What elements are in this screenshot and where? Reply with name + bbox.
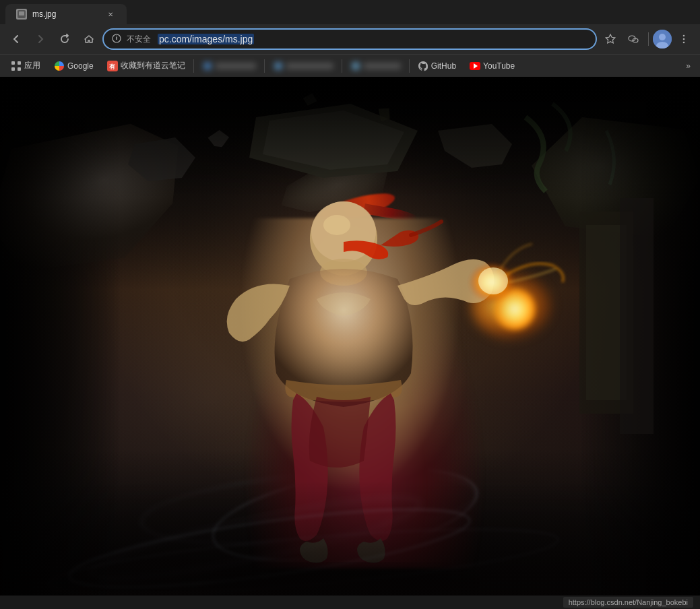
apps-bookmark[interactable]: 应用 xyxy=(5,58,46,74)
wechat-button[interactable] xyxy=(623,28,644,50)
artwork-container: https://blog.csdn.net/Nanjing_bokebi xyxy=(0,77,700,609)
bookmark-star-button[interactable] xyxy=(600,28,621,50)
home-button[interactable] xyxy=(78,28,100,50)
youdao-label: 收藏到有道云笔记 xyxy=(121,60,185,71)
status-bar: https://blog.csdn.net/Nanjing_bokebi xyxy=(0,596,700,609)
youdao-bookmark[interactable]: 有 收藏到有道云笔记 xyxy=(102,58,191,74)
active-tab[interactable]: ms.jpg ✕ xyxy=(5,4,127,24)
back-button[interactable] xyxy=(5,28,27,50)
security-icon xyxy=(112,34,121,45)
svg-rect-16 xyxy=(18,67,21,71)
tab-title: ms.jpg xyxy=(32,9,100,19)
bookmark-separator-2 xyxy=(264,59,265,73)
browser-frame: ms.jpg ✕ 不安全 pc.com/images/ms.jpg xyxy=(0,0,700,609)
page-content: https://blog.csdn.net/Nanjing_bokebi xyxy=(0,77,700,609)
svg-rect-13 xyxy=(11,61,15,65)
apps-label: 应用 xyxy=(24,60,40,71)
reload-button[interactable] xyxy=(54,28,75,50)
address-bar[interactable]: 不安全 pc.com/images/ms.jpg xyxy=(102,28,597,50)
github-label: GitHub xyxy=(431,61,456,71)
github-icon xyxy=(418,61,428,71)
youtube-label: YouTube xyxy=(483,61,515,71)
svg-text:有: 有 xyxy=(108,63,116,70)
bookmarks-more-button[interactable]: » xyxy=(682,58,695,74)
svg-rect-19 xyxy=(203,62,212,70)
blurred-favicon-3 xyxy=(350,61,361,71)
fire-core xyxy=(495,289,535,329)
svg-point-4 xyxy=(116,35,117,36)
url-selected: pc.com/images/ms.jpg xyxy=(158,34,254,44)
nav-actions xyxy=(600,28,695,50)
google-label: Google xyxy=(67,61,94,71)
menu-button[interactable] xyxy=(673,28,695,50)
forward-button[interactable] xyxy=(30,28,51,50)
google-bookmark[interactable]: Google xyxy=(49,58,99,74)
tab-bar: ms.jpg ✕ xyxy=(0,0,700,24)
blurred-bookmark-3[interactable] xyxy=(345,58,406,74)
tab-favicon xyxy=(16,9,27,20)
blurred-favicon-1 xyxy=(202,61,213,71)
svg-rect-20 xyxy=(274,62,282,70)
character-body xyxy=(223,218,506,569)
blurred-bookmark-2[interactable] xyxy=(267,58,339,74)
tab-close-button[interactable]: ✕ xyxy=(105,9,116,20)
url-text: pc.com/images/ms.jpg xyxy=(158,34,587,44)
blurred-label-2 xyxy=(286,63,333,69)
nav-bar: 不安全 pc.com/images/ms.jpg xyxy=(0,24,700,54)
insecure-label: 不安全 xyxy=(127,34,151,45)
svg-point-11 xyxy=(683,38,685,40)
bookmark-separator-4 xyxy=(409,59,410,73)
svg-rect-1 xyxy=(19,11,24,15)
svg-point-8 xyxy=(659,34,666,40)
blurred-label-3 xyxy=(364,63,401,69)
svg-rect-21 xyxy=(352,62,360,70)
svg-point-12 xyxy=(683,42,685,44)
youdao-icon: 有 xyxy=(107,61,118,71)
apps-icon xyxy=(11,61,22,71)
avatar[interactable] xyxy=(653,30,672,49)
blurred-bookmark-1[interactable] xyxy=(197,58,261,74)
svg-point-10 xyxy=(683,35,685,37)
blurred-label-1 xyxy=(216,63,256,69)
bookmarks-bar: 应用 Google 有 收藏到有道云笔记 xyxy=(0,54,700,77)
svg-rect-14 xyxy=(18,61,21,65)
youtube-icon xyxy=(470,61,480,71)
svg-rect-15 xyxy=(11,67,15,71)
github-bookmark[interactable]: GitHub xyxy=(412,58,462,74)
nav-separator xyxy=(648,32,649,46)
status-url: https://blog.csdn.net/Nanjing_bokebi xyxy=(563,597,693,608)
youtube-bookmark[interactable]: YouTube xyxy=(464,58,520,74)
google-icon xyxy=(54,61,65,71)
bookmark-separator-1 xyxy=(193,59,194,73)
blurred-favicon-2 xyxy=(273,61,284,71)
bookmark-separator-3 xyxy=(342,59,342,73)
